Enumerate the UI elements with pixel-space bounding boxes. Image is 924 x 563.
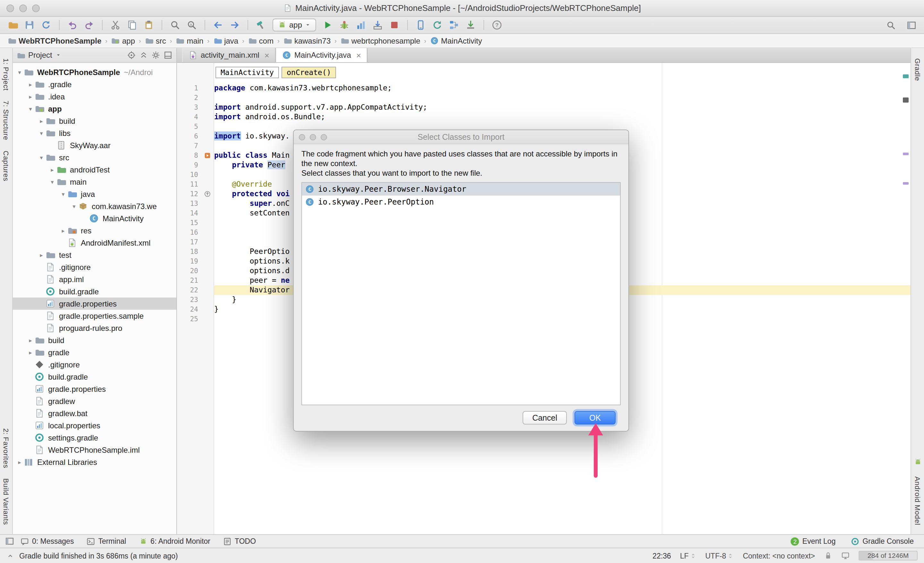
breadcrumb-item-app[interactable]: app xyxy=(110,36,136,45)
breadcrumb-item-main[interactable]: main xyxy=(174,36,204,45)
tree-item-SkyWay.aar[interactable]: SkyWay.aar xyxy=(13,139,176,151)
error-stripe-mark[interactable] xyxy=(903,153,909,155)
close-window-button[interactable] xyxy=(6,5,14,12)
tool-window-button-Android Model[interactable]: Android Model xyxy=(914,476,921,525)
copy-button[interactable] xyxy=(124,18,140,32)
tree-item-app[interactable]: ▾app xyxy=(13,103,176,115)
error-stripe-mark[interactable] xyxy=(903,98,909,103)
tree-collapse-arrow[interactable]: ▸ xyxy=(26,81,34,87)
tool-window-switcher-icon[interactable] xyxy=(5,537,14,546)
tree-item-com.kawasin73.we[interactable]: ▾com.kawasin73.we xyxy=(13,200,176,212)
import-class-option[interactable]: Cio.skyway.Peer.PeerOption xyxy=(302,195,620,209)
tree-item-libs[interactable]: ▾libs xyxy=(13,127,176,139)
tool-window-button-Gradle Console[interactable]: Gradle Console xyxy=(851,537,914,545)
tree-item-java[interactable]: ▾java xyxy=(13,188,176,200)
override-gutter-icon[interactable] xyxy=(200,189,214,199)
tree-item-build.gradle[interactable]: build.gradle xyxy=(13,371,176,383)
dialog-close-button[interactable] xyxy=(299,134,305,140)
tree-expand-arrow[interactable]: ▾ xyxy=(59,191,68,197)
sync-gradle-button[interactable] xyxy=(430,18,445,32)
tool-window-button-2: Favorites[interactable]: 2: Favorites xyxy=(2,428,10,468)
method-context-chip[interactable]: onCreate() xyxy=(282,67,336,78)
tree-collapse-arrow[interactable]: ▸ xyxy=(37,252,45,258)
run-button[interactable] xyxy=(320,18,335,32)
lock-icon[interactable] xyxy=(824,551,832,560)
help-button[interactable]: ? xyxy=(489,18,505,32)
tool-window-button-0: Messages[interactable]: 0: Messages xyxy=(21,537,74,545)
dialog-zoom-button[interactable] xyxy=(321,134,327,140)
locate-file-icon[interactable] xyxy=(127,51,136,60)
tool-window-button-Captures[interactable]: Captures xyxy=(2,151,10,182)
tree-item-res[interactable]: ▸res xyxy=(13,224,176,237)
tree-item-gradle.properties[interactable]: gradle.properties xyxy=(13,297,176,310)
code-line-1[interactable]: 1package com.kawasin73.webrtcphonesample… xyxy=(177,83,910,93)
code-line-4[interactable]: 4import android.os.Bundle; xyxy=(177,112,910,122)
code-line-3[interactable]: 3import android.support.v7.app.AppCompat… xyxy=(177,103,910,112)
context-widget[interactable]: Context: <no context> xyxy=(743,552,815,560)
tree-item-MainActivity[interactable]: CMainActivity xyxy=(13,212,176,224)
tool-window-button-Terminal[interactable]: Terminal xyxy=(87,537,126,545)
avd-manager-button[interactable] xyxy=(413,18,428,32)
tool-window-button-TODO[interactable]: TODO xyxy=(223,537,256,545)
tab-MainActivity.java[interactable]: CMainActivity.java× xyxy=(276,48,368,62)
tree-collapse-arrow[interactable]: ▸ xyxy=(26,337,34,343)
chevron-down-icon[interactable] xyxy=(56,52,62,59)
class-context-chip[interactable]: MainActivity xyxy=(216,67,279,78)
paste-button[interactable] xyxy=(141,18,156,32)
tree-collapse-arrow[interactable]: ▸ xyxy=(48,167,56,173)
tree-item-External Libraries[interactable]: ▸External Libraries xyxy=(13,456,176,468)
zoom-window-button[interactable] xyxy=(32,5,40,12)
gear-icon[interactable] xyxy=(152,51,160,60)
tool-window-button-Build Variants[interactable]: Build Variants xyxy=(2,479,10,525)
close-tab-icon[interactable]: × xyxy=(264,51,269,59)
tree-item-.gitignore[interactable]: .gitignore xyxy=(13,261,176,273)
tree-expand-arrow[interactable]: ▾ xyxy=(15,69,24,75)
tree-item-gradlew.bat[interactable]: gradlew.bat xyxy=(13,407,176,419)
tree-item-local.properties[interactable]: local.properties xyxy=(13,419,176,432)
tree-item-androidTest[interactable]: ▸androidTest xyxy=(13,164,176,176)
tree-item-.gitignore[interactable]: .gitignore xyxy=(13,359,176,371)
error-stripe-mark[interactable] xyxy=(903,74,909,78)
breadcrumb-item-kawasin73[interactable]: kawasin73 xyxy=(282,36,332,45)
memory-indicator[interactable]: 284 of 1246M xyxy=(859,551,918,560)
tree-item-proguard-rules.pro[interactable]: proguard-rules.pro xyxy=(13,322,176,334)
run-config-select[interactable]: app xyxy=(273,19,316,32)
line-ending-selector[interactable]: LF xyxy=(680,552,696,560)
back-button[interactable] xyxy=(210,18,226,32)
encoding-selector[interactable]: UTF-8 xyxy=(705,552,734,560)
breadcrumb-item-com[interactable]: com xyxy=(247,36,275,45)
tree-item-WebRTCPhoneSample.iml[interactable]: WebRTCPhoneSample.iml xyxy=(13,444,176,456)
tree-expand-arrow[interactable]: ▾ xyxy=(26,105,34,112)
open-button[interactable] xyxy=(5,18,21,32)
tool-window-button-1: Project[interactable]: 1: Project xyxy=(2,59,10,91)
tree-item-main[interactable]: ▾main xyxy=(13,176,176,188)
tree-collapse-arrow[interactable]: ▸ xyxy=(15,459,24,465)
tree-expand-arrow[interactable]: ▾ xyxy=(37,154,45,161)
tool-window-button-6: Android Monitor[interactable]: 6: Android Monitor xyxy=(139,537,210,545)
tool-window-button-7: Structure[interactable]: 7: Structure xyxy=(2,101,10,140)
breadcrumb-item-java[interactable]: java xyxy=(212,36,240,45)
android-monitor-button[interactable] xyxy=(353,18,369,32)
tree-item-app.iml[interactable]: app.iml xyxy=(13,273,176,285)
close-tab-icon[interactable]: × xyxy=(356,51,361,59)
replace-button[interactable]: a xyxy=(184,18,200,32)
find-button[interactable] xyxy=(167,18,183,32)
cut-button[interactable] xyxy=(108,18,123,32)
import-class-option[interactable]: Cio.skyway.Peer.Browser.Navigator xyxy=(302,183,620,195)
tree-item-settings.gradle[interactable]: settings.gradle xyxy=(13,432,176,444)
redo-button[interactable] xyxy=(81,18,97,32)
tree-item-WebRTCPhoneSample[interactable]: ▾WebRTCPhoneSample~/Androi xyxy=(13,66,176,78)
tree-collapse-arrow[interactable]: ▸ xyxy=(26,93,34,100)
code-line-2[interactable]: 2 xyxy=(177,93,910,103)
tree-item-build.gradle[interactable]: build.gradle xyxy=(13,285,176,297)
breadcrumb-item-src[interactable]: src xyxy=(144,36,167,45)
breadcrumb-item-WebRTCPhoneSample[interactable]: WebRTCPhoneSample xyxy=(6,36,103,45)
hide-panel-icon[interactable] xyxy=(164,51,172,60)
tool-window-button-Gradle[interactable]: Gradle xyxy=(914,59,921,81)
tree-item-gradle.properties[interactable]: gradle.properties xyxy=(13,383,176,395)
tree-collapse-arrow[interactable]: ▸ xyxy=(37,118,45,124)
tree-expand-arrow[interactable]: ▾ xyxy=(37,130,45,136)
tree-expand-arrow[interactable]: ▾ xyxy=(48,179,56,185)
tree-expand-arrow[interactable]: ▾ xyxy=(70,203,78,209)
tree-item-build[interactable]: ▸build xyxy=(13,115,176,127)
